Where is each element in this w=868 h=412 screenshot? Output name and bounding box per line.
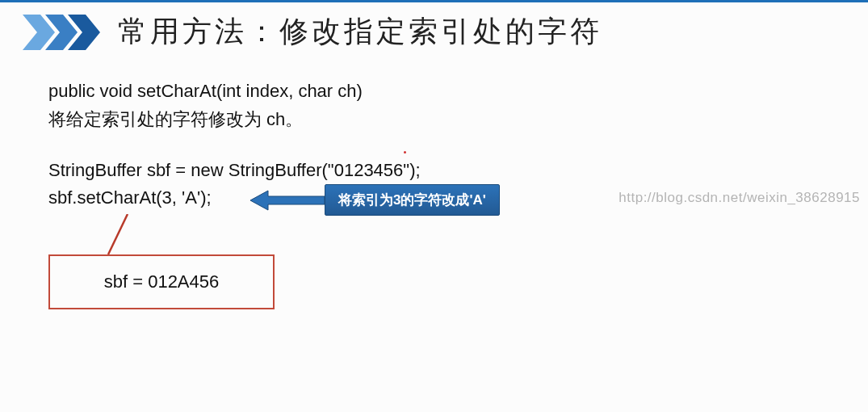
callout-annotation: 将索引为3的字符改成'A' bbox=[250, 184, 500, 216]
watermark-text: http://blog.csdn.net/weixin_38628915 bbox=[619, 190, 860, 206]
connector-line-icon bbox=[103, 214, 136, 258]
svg-marker-1 bbox=[250, 191, 325, 210]
arrow-left-icon bbox=[250, 189, 325, 212]
chevron-right-icon bbox=[23, 15, 103, 50]
callout-label: 将索引为3的字符改成'A' bbox=[325, 184, 500, 216]
code-line-1: StringBuffer sbf = new StringBuffer("012… bbox=[48, 158, 868, 183]
method-signature: public void setCharAt(int index, char ch… bbox=[48, 79, 868, 104]
slide-header: 常用方法：修改指定索引处的字符 bbox=[0, 12, 868, 52]
result-box: sbf = 012A456 bbox=[48, 254, 275, 309]
slide-title: 常用方法：修改指定索引处的字符 bbox=[118, 12, 602, 52]
cursor-dot-icon bbox=[404, 151, 406, 153]
method-description: 将给定索引处的字符修改为 ch。 bbox=[48, 107, 868, 132]
result-text: sbf = 012A456 bbox=[104, 271, 220, 292]
slide-container: 常用方法：修改指定索引处的字符 public void setCharAt(in… bbox=[0, 2, 868, 211]
svg-line-2 bbox=[108, 214, 128, 254]
